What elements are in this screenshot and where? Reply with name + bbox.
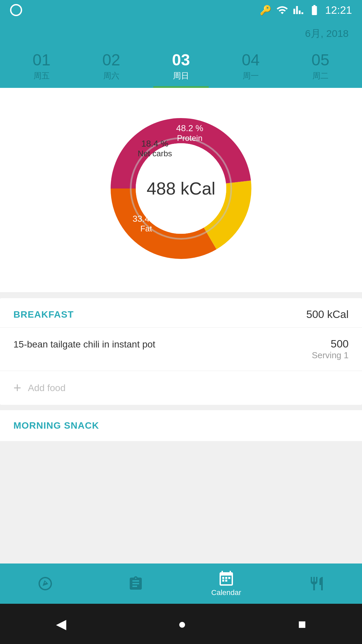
diary-icon (128, 576, 144, 592)
donut-kcal: 488 kCal (146, 179, 215, 198)
protein-label: 48.2 % Protein (176, 123, 203, 143)
calendar-icon (218, 570, 234, 586)
nav-explore[interactable] (0, 576, 90, 592)
wifi-icon (276, 4, 288, 16)
calendar-row: 01 周五 02 周六 03 周日 04 周一 05 周二 (0, 44, 362, 88)
nav-diary[interactable] (90, 576, 181, 592)
home-button[interactable]: ● (178, 616, 186, 632)
food-item[interactable]: 15-bean tailgate chili in instant pot 50… (0, 328, 362, 371)
battery-icon (308, 4, 320, 16)
system-nav: ◀ ● ■ (0, 604, 362, 644)
status-time: 12:21 (325, 4, 352, 16)
compass-icon (37, 576, 53, 592)
svg-rect-5 (225, 577, 227, 579)
breakfast-card: BREAKFAST 500 kCal 15-bean tailgate chil… (0, 298, 362, 405)
morning-snack-title: MORNING SNACK (13, 420, 99, 431)
cal-day-01[interactable]: 01 周五 (7, 47, 76, 88)
morning-snack-header: MORNING SNACK (0, 410, 362, 441)
main-content: 488 kCal 48.2 % Protein 18.4 % Net carbs… (0, 88, 362, 598)
breakfast-title: BREAKFAST (13, 309, 74, 320)
fork-knife-icon (309, 576, 325, 592)
cal-day-03[interactable]: 03 周日 (146, 47, 216, 88)
signal-icon (293, 5, 304, 15)
nav-recipes[interactable] (272, 576, 362, 592)
add-food-label: Add food (28, 383, 65, 393)
add-food-plus-icon: + (13, 380, 21, 395)
netcarbs-label: 18.4 % Net carbs (138, 139, 172, 158)
status-dot-icon (10, 4, 22, 16)
add-food-row[interactable]: + Add food (0, 371, 362, 405)
cal-day-05[interactable]: 05 周二 (286, 47, 355, 88)
header: 6月, 2018 01 周五 02 周六 03 周日 04 周一 05 周二 (0, 20, 362, 88)
chart-card: 488 kCal 48.2 % Protein 18.4 % Net carbs… (0, 88, 362, 293)
status-right: 🔑 12:21 (260, 4, 352, 16)
key-icon: 🔑 (260, 5, 272, 16)
nav-calendar[interactable]: Calendar (181, 570, 272, 597)
calendar-nav-label: Calendar (211, 588, 241, 597)
svg-rect-7 (222, 580, 224, 582)
fat-label: 33.4 % Fat (133, 214, 160, 233)
food-name: 15-bean tailgate chili in instant pot (13, 338, 155, 351)
donut-chart: 488 kCal 48.2 % Protein 18.4 % Net carbs… (94, 101, 268, 276)
breakfast-header: BREAKFAST 500 kCal (0, 298, 362, 328)
recent-button[interactable]: ■ (298, 616, 306, 632)
cal-day-04[interactable]: 04 周一 (216, 47, 286, 88)
food-meta: 500 Serving 1 (312, 338, 349, 361)
back-button[interactable]: ◀ (56, 616, 66, 632)
bottom-nav: Calendar (0, 564, 362, 604)
breakfast-kcal: 500 kCal (306, 308, 349, 321)
food-serving: Serving 1 (312, 350, 349, 360)
food-cal: 500 (312, 338, 349, 350)
svg-rect-4 (222, 577, 224, 579)
status-left (10, 4, 22, 16)
cal-day-02[interactable]: 02 周六 (76, 47, 146, 88)
donut-center: 488 kCal (146, 178, 215, 199)
svg-rect-6 (228, 577, 230, 579)
status-bar: 🔑 12:21 (0, 0, 362, 20)
morning-snack-card: MORNING SNACK (0, 410, 362, 441)
svg-rect-8 (225, 580, 227, 582)
date-label: 6月, 2018 (0, 20, 362, 44)
